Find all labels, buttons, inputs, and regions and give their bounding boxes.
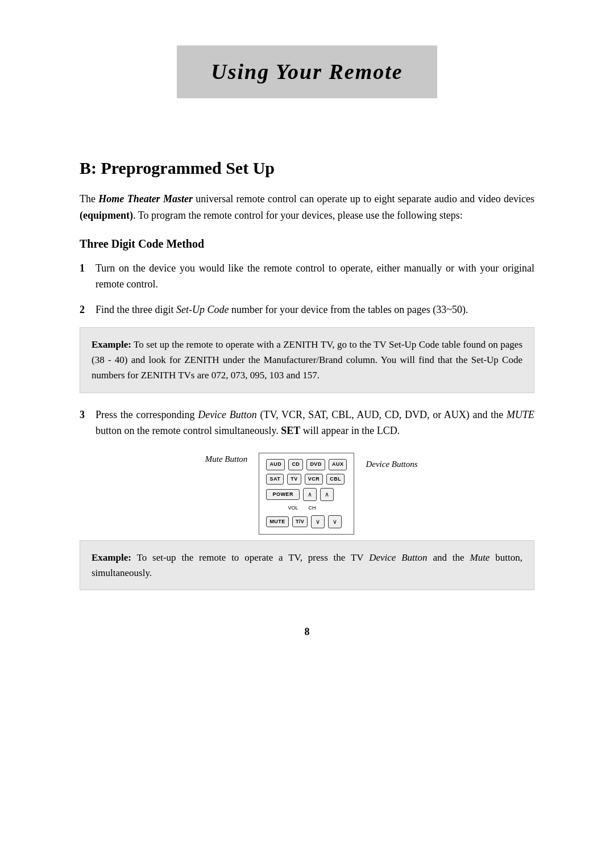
sat-button: SAT	[266, 474, 284, 485]
section-heading: B: Preprogrammed Set Up	[80, 155, 534, 181]
mute-button-label: Mute Button	[205, 453, 248, 466]
step-3-number: 3	[80, 407, 96, 423]
tv-slash-button: T/V	[292, 516, 308, 528]
example-box-2: Example: To set-up the remote to operate…	[80, 540, 534, 590]
example-box-1: Example: To set up the remote to operate…	[80, 327, 534, 393]
cd-button: CD	[288, 459, 303, 470]
ch-down-button: ∨	[328, 515, 342, 528]
remote-row-3: POWER ∧ ∧	[266, 488, 347, 501]
remote-panel: AUD CD DVD AUX SAT TV VCR CBL POWER ∧ ∧ …	[259, 453, 354, 535]
vol-up-button: ∧	[303, 488, 317, 501]
page-title-box: Using Your Remote	[177, 45, 437, 98]
remote-row-2: SAT TV VCR CBL	[266, 474, 347, 485]
step-1-number: 1	[80, 260, 96, 276]
vcr-button: VCR	[305, 474, 323, 485]
device-buttons-label-col: Device Buttons	[366, 453, 417, 471]
mute-button: MUTE	[266, 516, 289, 528]
step-2-number: 2	[80, 302, 96, 318]
power-button: POWER	[266, 489, 300, 500]
example-box-2-text: Example: To set-up the remote to operate…	[92, 552, 522, 578]
page-number: 8	[80, 624, 534, 640]
step-3-text: Press the corresponding Device Button (T…	[96, 407, 534, 440]
aux-button: AUX	[329, 459, 347, 470]
mute-button-label-col: Mute Button	[196, 453, 247, 469]
step-2-text: Find the three digit Set-Up Code number …	[96, 302, 534, 318]
remote-row-1: AUD CD DVD AUX	[266, 459, 347, 470]
step-1: 1 Turn on the device you would like the …	[80, 260, 534, 293]
vol-down-button: ∨	[311, 515, 325, 528]
vol-label: VOL	[288, 504, 298, 512]
vol-ch-label-row: VOL CH	[266, 504, 347, 512]
remote-diagram: Mute Button AUD CD DVD AUX SAT TV VCR CB…	[80, 453, 534, 535]
tv-button: TV	[287, 474, 301, 485]
step-1-text: Turn on the device you would like the re…	[96, 260, 534, 293]
ch-label: CH	[308, 504, 316, 512]
step-3: 3 Press the corresponding Device Button …	[80, 407, 534, 440]
remote-row-4: MUTE T/V ∨ ∨	[266, 515, 347, 528]
cbl-button: CBL	[326, 474, 345, 485]
page-title: Using Your Remote	[211, 60, 403, 84]
subsection-heading: Three Digit Code Method	[80, 235, 534, 252]
device-buttons-label: Device Buttons	[366, 455, 417, 469]
intro-text: The Home Theater Master universal remote…	[80, 191, 534, 224]
aud-button: AUD	[266, 459, 285, 470]
dvd-button: DVD	[306, 459, 325, 470]
step-2: 2 Find the three digit Set-Up Code numbe…	[80, 302, 534, 318]
example-box-1-text: Example: To set up the remote to operate…	[92, 339, 522, 381]
ch-up-button: ∧	[320, 488, 334, 501]
